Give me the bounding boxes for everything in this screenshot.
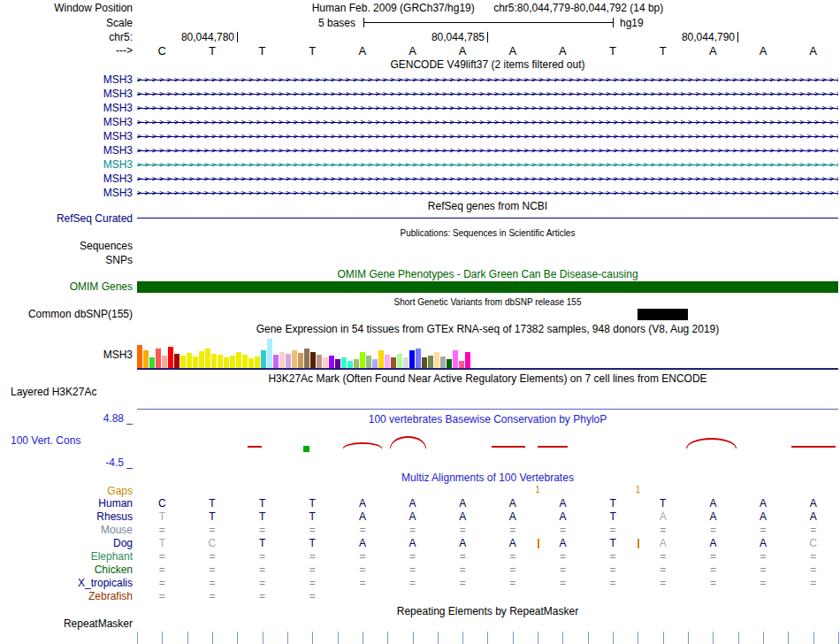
species-label-mouse[interactable]: Mouse [101, 524, 133, 537]
omim-gene-bar[interactable] [137, 281, 838, 293]
species-label-dog[interactable]: Dog [113, 537, 133, 550]
vert-cons-track-label[interactable]: 100 Vert. Cons [11, 434, 80, 447]
gtex-bar[interactable] [310, 352, 316, 368]
gtex-bar[interactable] [248, 358, 254, 368]
gencode-gene-label[interactable]: MSH3 [103, 172, 133, 186]
gtex-bar[interactable] [211, 354, 217, 368]
gencode-gene-label[interactable]: MSH3 [103, 143, 133, 157]
gtex-bar[interactable] [422, 357, 427, 368]
gencode-transcript-row[interactable]: >>>>>>>>>>>>>>>>>>>>>>>>>>>>>>>>>>>>>>>>… [137, 73, 838, 87]
gtex-bar[interactable] [236, 352, 241, 368]
gtex-bar[interactable] [385, 355, 390, 368]
gtex-bar[interactable] [205, 349, 210, 368]
gtex-bar[interactable] [360, 352, 365, 368]
gaps-track-label[interactable]: Gaps [107, 485, 133, 497]
gencode-gene-label[interactable]: MSH3 [103, 73, 133, 87]
gencode-gene-label[interactable]: MSH3 [103, 115, 133, 129]
gtex-bar[interactable] [149, 357, 155, 368]
gencode-transcript-row[interactable]: >>>>>>>>>>>>>>>>>>>>>>>>>>>>>>>>>>>>>>>>… [137, 172, 838, 186]
dbsnp-track-label[interactable]: Common dbSNP(155) [28, 309, 133, 320]
gtex-bar[interactable] [168, 347, 173, 368]
gtex-bar[interactable] [261, 350, 266, 368]
snps-track-label[interactable]: SNPs [105, 254, 133, 266]
gtex-bar[interactable] [187, 353, 192, 368]
gtex-bar[interactable] [378, 350, 384, 368]
gtex-bar[interactable] [416, 349, 421, 368]
gtex-bar[interactable] [317, 355, 322, 368]
omim-genes-label[interactable]: OMIM Genes [70, 281, 133, 293]
gencode-gene-label[interactable]: MSH3 [103, 101, 133, 115]
gtex-bar[interactable] [267, 339, 272, 368]
gtex-bar[interactable] [440, 356, 446, 368]
gtex-bar[interactable] [286, 354, 291, 368]
species-label-elephant[interactable]: Elephant [91, 550, 133, 564]
guideline [413, 632, 414, 644]
gtex-gene-label[interactable]: MSH3 [103, 349, 133, 361]
gtex-bar[interactable] [323, 357, 328, 368]
gtex-bar[interactable] [354, 359, 359, 368]
gtex-bar[interactable] [292, 350, 297, 368]
gtex-bar[interactable] [465, 352, 470, 368]
gtex-bar[interactable] [329, 356, 334, 368]
gtex-bar[interactable] [453, 350, 458, 368]
gencode-transcript-row[interactable]: >>>>>>>>>>>>>>>>>>>>>>>>>>>>>>>>>>>>>>>>… [137, 157, 838, 172]
h3k27ac-baseline[interactable] [137, 409, 838, 410]
strand-direction-label[interactable]: ---> [116, 44, 133, 57]
gtex-bar[interactable] [459, 361, 464, 368]
gtex-bar[interactable] [137, 345, 142, 368]
gtex-bar[interactable] [174, 354, 179, 368]
refseq-curated-label[interactable]: RefSeq Curated [57, 212, 133, 225]
gencode-transcript-row[interactable]: >>>>>>>>>>>>>>>>>>>>>>>>>>>>>>>>>>>>>>>>… [137, 186, 838, 200]
gencode-transcript-row[interactable]: >>>>>>>>>>>>>>>>>>>>>>>>>>>>>>>>>>>>>>>>… [137, 87, 838, 101]
species-label-rhesus[interactable]: Rhesus [96, 510, 133, 524]
sequences-track-label[interactable]: Sequences [80, 240, 133, 252]
gtex-bar[interactable] [335, 359, 340, 368]
gtex-bar[interactable] [397, 354, 402, 368]
gencode-gene-label[interactable]: MSH3 [103, 87, 133, 101]
gtex-bar[interactable] [162, 356, 167, 368]
species-label-human[interactable]: Human [98, 497, 133, 510]
gencode-gene-label[interactable]: MSH3 [103, 186, 133, 200]
gencode-transcript-row[interactable]: >>>>>>>>>>>>>>>>>>>>>>>>>>>>>>>>>>>>>>>>… [137, 129, 838, 143]
guideline [212, 632, 213, 644]
gencode-transcript-row[interactable]: >>>>>>>>>>>>>>>>>>>>>>>>>>>>>>>>>>>>>>>>… [137, 115, 838, 129]
gtex-bar[interactable] [255, 356, 260, 368]
gtex-bar[interactable] [180, 356, 186, 368]
species-label-chicken[interactable]: Chicken [95, 564, 133, 577]
ruler-tick-label: 80,044,785 [431, 31, 485, 43]
dbsnp-variant-item[interactable] [638, 309, 688, 320]
gencode-gene-label[interactable]: MSH3 [103, 157, 133, 172]
gtex-bar[interactable] [366, 356, 371, 368]
gtex-bar[interactable] [434, 352, 439, 368]
gtex-bar[interactable] [304, 349, 309, 368]
gtex-bar[interactable] [391, 357, 396, 368]
gtex-bar[interactable] [279, 352, 285, 368]
species-label-x_tropicalis[interactable]: X_tropicalis [78, 577, 133, 590]
gtex-bar[interactable] [347, 361, 353, 368]
species-label-zebrafish[interactable]: Zebrafish [88, 590, 133, 603]
gtex-gene-model-line[interactable] [137, 368, 838, 370]
gtex-bar[interactable] [156, 349, 161, 368]
gtex-bar[interactable] [341, 357, 347, 368]
gtex-bar[interactable] [224, 357, 229, 368]
gtex-bar[interactable] [372, 359, 378, 368]
gtex-bar[interactable] [199, 351, 204, 368]
gtex-bar[interactable] [143, 350, 149, 368]
gencode-gene-label[interactable]: MSH3 [103, 129, 133, 143]
gtex-bar[interactable] [403, 357, 409, 368]
repeatmasker-track-label[interactable]: RepeatMasker [64, 617, 133, 630]
gtex-bar[interactable] [298, 353, 303, 368]
gtex-bar[interactable] [428, 356, 433, 368]
gtex-bar[interactable] [447, 359, 452, 368]
gencode-transcript-row[interactable]: >>>>>>>>>>>>>>>>>>>>>>>>>>>>>>>>>>>>>>>>… [137, 143, 838, 157]
gtex-bar[interactable] [273, 355, 279, 368]
gencode-transcript-row[interactable]: >>>>>>>>>>>>>>>>>>>>>>>>>>>>>>>>>>>>>>>>… [137, 101, 838, 115]
alignment-cell: = [509, 524, 515, 537]
gtex-bar[interactable] [242, 355, 248, 368]
h3k27ac-track-label[interactable]: Layered H3K27Ac [11, 386, 96, 398]
gtex-bar[interactable] [409, 350, 415, 368]
refseq-curated-track-line[interactable] [137, 218, 838, 218]
gtex-bar[interactable] [218, 355, 223, 368]
gtex-bar[interactable] [230, 356, 235, 368]
gtex-bar[interactable] [193, 356, 198, 368]
